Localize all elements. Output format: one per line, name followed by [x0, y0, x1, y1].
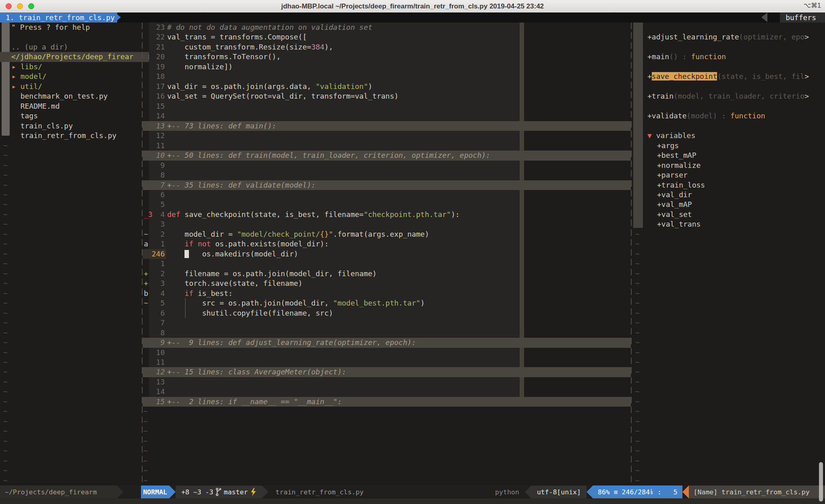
code-line[interactable]: 8: [143, 328, 631, 338]
code-line[interactable]: + 2 filename = os.path.join(model_dir, f…: [143, 269, 631, 279]
code-line[interactable]: 246 os.makedirs(model_dir): [143, 249, 631, 259]
code-line[interactable]: 1: [143, 259, 631, 269]
tagbar-entry[interactable]: +train_loss: [632, 180, 825, 190]
code-line[interactable]: 18: [143, 72, 631, 81]
code-segment: +args: [657, 141, 679, 150]
tree-item-file[interactable]: benchmark_on_test.py: [0, 91, 153, 101]
tree-item-file[interactable]: README.md: [0, 101, 153, 111]
nerdtree-root[interactable]: </jdhao/Projects/deep_firear›: [0, 52, 153, 62]
buffers-label[interactable]: buffers: [780, 12, 825, 23]
macos-scrollbar[interactable]: [819, 462, 823, 502]
tagbar-entry[interactable]: +main() : function: [632, 52, 825, 62]
folded-code-line[interactable]: 12+-- 15 lines: class AverageMeter(objec…: [143, 367, 631, 377]
empty-line-tilde: ~: [0, 180, 145, 190]
empty-line-tilde: ~: [0, 210, 145, 219]
code-line[interactable]: 6 shutil.copyfile(filename, src): [143, 308, 631, 318]
empty-line-tilde: ~: [0, 397, 145, 407]
minimize-window-button[interactable]: [17, 3, 23, 9]
code-line[interactable]: 3: [143, 219, 631, 229]
empty-line-tilde: ~: [0, 249, 145, 259]
tagbar-entry[interactable]: ▼ variables: [632, 131, 825, 140]
tagbar-entry[interactable]: +val_dir: [632, 190, 825, 200]
git-branch-icon: [216, 487, 221, 496]
tagbar-entry[interactable]: +normalize: [632, 161, 825, 170]
code-line[interactable]: 17val_dir = os.path.join(args.data, "val…: [143, 82, 631, 91]
code-line[interactable]: 23# do not do data augmentation on valid…: [143, 23, 631, 32]
folded-code-line[interactable]: 9+-- 9 lines: def adjust_learning_rate(o…: [143, 338, 631, 347]
code-line[interactable]: a 1 if not os.path.exists(model_dir):: [143, 239, 631, 249]
tagbar-entry[interactable]: +adjust_learning_rate(optimizer, epo>: [632, 32, 825, 42]
tagbar-entry[interactable]: +val_trans: [632, 219, 825, 229]
code-line[interactable]: 16val_set = QuerySet(root=val_dir, trans…: [143, 91, 631, 101]
code-line[interactable]: b 4 if is_best:: [143, 289, 631, 298]
tagbar-entry[interactable]: +validate(model) : function: [632, 111, 825, 121]
code-segment: train: [652, 92, 674, 100]
code-line[interactable]: 14: [143, 387, 631, 397]
tagbar-entry[interactable]: +save_checkpoint(state, is_best, fil>: [632, 72, 825, 81]
code-line[interactable]: 15: [143, 101, 631, 111]
code-line[interactable]: 21 custom_transform.Resize(size=384),: [143, 42, 631, 52]
empty-line-tilde: ~: [0, 190, 145, 200]
tree-item-file[interactable]: train_retr_from_cls.py: [0, 131, 153, 140]
code-segment: +: [647, 33, 652, 41]
tagbar-entry[interactable]: +val_mAP: [632, 200, 825, 209]
code-segment: ),: [324, 43, 333, 51]
git-section: +8 ~3 -3 master: [176, 485, 262, 498]
code-line[interactable]: + 3 torch.save(state, filename): [143, 279, 631, 288]
tagbar-entry[interactable]: +args: [632, 141, 825, 151]
code-line[interactable]: 9: [143, 161, 631, 170]
indent-guide: [185, 298, 186, 318]
folded-code-line[interactable]: 15+-- 2 lines: if __name__ == "__main__"…: [143, 397, 631, 407]
macos-menubar: jdhao-MBP.local ~/Projects/deep_firearm/…: [0, 0, 825, 13]
empty-line-tilde: ~: [0, 328, 145, 338]
code-line[interactable]: 12: [143, 131, 631, 140]
code-line[interactable]: 20 transforms.ToTensor(),: [143, 52, 631, 62]
code-segment: +best_mAP: [657, 151, 696, 159]
tree-item-file[interactable]: train_cls.py: [0, 121, 153, 131]
code-line[interactable]: 13: [143, 377, 631, 387]
tree-item-dir[interactable]: ▸ util/: [0, 82, 153, 91]
code-line[interactable]: 22val_trans = transforms.Compose([: [143, 32, 631, 42]
folded-code-line[interactable]: 13+-- 73 lines: def main():: [143, 121, 631, 131]
code-line[interactable]: 14: [143, 111, 631, 121]
tagbar-entry[interactable]: +train(model, train_loader, criterio>: [632, 91, 825, 101]
code-line[interactable]: 7: [143, 318, 631, 328]
tree-item-dir[interactable]: ▸ model/: [0, 72, 153, 81]
code-segment: not: [198, 240, 211, 248]
code-segment: function: [691, 52, 726, 61]
folded-code-line[interactable]: 7+-- 35 lines: def validate(model):: [143, 180, 631, 190]
code-segment: [12, 112, 21, 120]
code-line[interactable]: 8: [143, 170, 631, 180]
code-line[interactable]: _3 4def save_checkpoint(state, is_best, …: [143, 210, 631, 219]
tagbar-entry[interactable]: +parser: [632, 170, 825, 180]
code-line[interactable]: ~ 2 model_dir = "model/check_point/{}".f…: [143, 229, 631, 239]
tab-train-retr-from-cls[interactable]: 1. train_retr_from_cls.py: [0, 12, 117, 23]
code-line[interactable]: 11: [143, 357, 631, 367]
close-window-button[interactable]: [6, 3, 12, 9]
line-number: 19: [151, 62, 165, 72]
code-line[interactable]: 10: [143, 348, 631, 357]
zoom-window-button[interactable]: [28, 3, 34, 9]
code-line[interactable]: ~ 5 src = os.path.join(model_dir, "model…: [143, 298, 631, 308]
tree-item-dir[interactable]: ▸ libs/: [0, 62, 153, 72]
code-segment: :: [717, 112, 730, 120]
tree-item-file[interactable]: tags: [0, 111, 153, 121]
empty-line-tilde: ~: [0, 269, 145, 279]
code-line[interactable]: 11: [143, 141, 631, 151]
folded-code-line[interactable]: 10+-- 50 lines: def train(model, train_l…: [143, 151, 631, 160]
code-line[interactable]: 6: [143, 190, 631, 200]
code-line[interactable]: 5: [143, 200, 631, 209]
code-line[interactable]: 19 normalize]): [143, 62, 631, 72]
empty-line-tilde: ~: [632, 426, 825, 436]
nerdtree-up-dir[interactable]: .. (up a dir): [0, 42, 153, 52]
tagbar-entry[interactable]: +best_mAP: [632, 151, 825, 160]
code-segment: [12, 102, 21, 110]
line-number: 5: [151, 200, 165, 209]
empty-line-tilde: ~: [632, 269, 825, 279]
nerdtree-sidebar: " Press ? for help.. (up a dir)</jdhao/P…: [0, 23, 142, 485]
dir-collapsed-arrow-icon: ▸: [12, 62, 21, 71]
tagbar-entry[interactable]: +val_set: [632, 210, 825, 219]
line-number: 246: [151, 249, 165, 259]
code-segment: [167, 240, 184, 248]
empty-line-tilde: ~: [0, 259, 145, 269]
